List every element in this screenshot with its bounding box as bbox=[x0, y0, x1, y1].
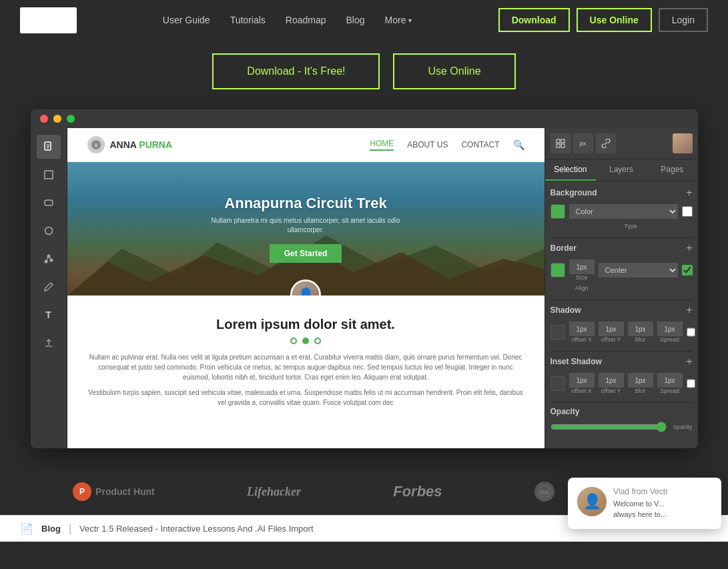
sidebar-icon-circle[interactable] bbox=[37, 219, 61, 243]
border-align-select[interactable]: Center bbox=[599, 263, 678, 277]
site-nav-contact[interactable]: CONTACT bbox=[461, 140, 499, 149]
nav-links: User Guide Tutorials Roadmap Blog More ▾ bbox=[163, 15, 412, 25]
nav-use-online-button[interactable]: Use Online bbox=[577, 8, 652, 32]
search-icon[interactable]: 🔍 bbox=[513, 139, 524, 150]
hero-overlay: Annapurna Circuit Trek Nullam pharetra m… bbox=[67, 162, 544, 296]
chat-widget[interactable]: 👤 Vlad from Vectr Welcome to V... always… bbox=[568, 478, 721, 529]
forbes-logo: Forbes bbox=[393, 483, 442, 500]
hero-buttons: Download - It's Free! Use Online bbox=[0, 40, 728, 109]
hero-online-button[interactable]: Use Online bbox=[393, 53, 515, 89]
sidebar-icon-rounded-rect[interactable] bbox=[37, 191, 61, 215]
divider-1 bbox=[551, 237, 693, 238]
background-visible-checkbox[interactable] bbox=[682, 206, 693, 217]
canvas-area[interactable]: A ANNA PURNA HOME ABOUT US CONTACT 🔍 bbox=[67, 128, 544, 448]
inset-offsety-group: offset Y bbox=[599, 373, 624, 394]
tab-layers[interactable]: Layers bbox=[596, 159, 647, 181]
border-size-label: Size bbox=[576, 274, 588, 281]
panel-link-icon[interactable] bbox=[596, 133, 616, 153]
site-hero-cta[interactable]: Get Started bbox=[270, 244, 342, 263]
inset-spread-group: Spread bbox=[657, 373, 683, 394]
opacity-row: opacity bbox=[551, 422, 693, 432]
panel-section-inset-shadow: Inset Shadow + offset X offset Y bbox=[551, 356, 693, 394]
inset-offsetx-input[interactable] bbox=[569, 373, 595, 388]
divider-3 bbox=[551, 351, 693, 352]
background-type-select[interactable]: Color bbox=[569, 204, 678, 219]
site-nav-home[interactable]: HOME bbox=[370, 139, 394, 151]
shadow-spread-input[interactable] bbox=[657, 322, 683, 336]
svg-text:dot: dot bbox=[540, 489, 549, 496]
nav-roadmap[interactable]: Roadmap bbox=[286, 15, 326, 25]
sidebar-icon-text[interactable]: T bbox=[37, 303, 61, 327]
window-body: T A ANNA PURNA bbox=[31, 128, 698, 448]
sidebar-icon-upload[interactable] bbox=[37, 331, 61, 355]
minimize-dot[interactable] bbox=[53, 115, 61, 123]
border-size-input[interactable] bbox=[569, 259, 595, 274]
svg-rect-20 bbox=[561, 144, 565, 147]
sidebar-icon-square[interactable] bbox=[37, 163, 61, 187]
site-body-text-1: Nullam ac pulvinar erat. Nulla nec velit… bbox=[87, 352, 524, 382]
border-color-swatch[interactable] bbox=[551, 263, 565, 277]
nav-more[interactable]: More ▾ bbox=[385, 15, 412, 25]
site-logo-name: ANNA PURNA bbox=[110, 139, 173, 150]
inset-blur-input[interactable] bbox=[628, 373, 653, 388]
inset-shadow-color-swatch[interactable] bbox=[551, 376, 565, 391]
shadow-offsetx-input[interactable] bbox=[569, 322, 595, 336]
panel-px-icon[interactable]: px bbox=[573, 133, 593, 153]
shadow-add-button[interactable]: + bbox=[686, 304, 692, 316]
nav-download-button[interactable]: Download bbox=[498, 8, 570, 32]
shadow-color-swatch[interactable] bbox=[551, 325, 565, 340]
lifehacker-logo: Lifehacker bbox=[247, 485, 301, 499]
shadow-offsetx-group: offset X bbox=[569, 322, 595, 343]
opacity-title: Opacity bbox=[551, 407, 580, 416]
nav-tutorials[interactable]: Tutorials bbox=[230, 15, 266, 25]
site-hero: Annapurna Circuit Trek Nullam pharetra m… bbox=[67, 162, 544, 296]
sidebar-icon-pen[interactable] bbox=[37, 275, 61, 299]
opacity-slider[interactable] bbox=[551, 422, 667, 432]
panel-grid-icon[interactable] bbox=[551, 133, 571, 153]
inset-shadow-header: Inset Shadow + bbox=[551, 356, 693, 368]
shadow-title: Shadow bbox=[551, 306, 581, 315]
close-dot[interactable] bbox=[40, 115, 48, 123]
inset-spread-input[interactable] bbox=[657, 373, 683, 388]
background-header: Background + bbox=[551, 187, 693, 199]
background-add-button[interactable]: + bbox=[686, 187, 692, 199]
inset-shadow-visible-checkbox[interactable] bbox=[687, 378, 695, 389]
shadow-offsety-input[interactable] bbox=[599, 322, 624, 336]
inset-offsetx-label: offset X bbox=[571, 388, 591, 394]
inset-blur-label: Blur bbox=[635, 388, 645, 394]
border-visible-checkbox[interactable] bbox=[682, 265, 693, 275]
inset-offsety-input[interactable] bbox=[599, 373, 624, 388]
hero-download-button[interactable]: Download - It's Free! bbox=[212, 53, 380, 89]
site-content: Lorem ipsum dolor sit amet. Nullam ac pu… bbox=[67, 296, 544, 421]
dot-3[interactable] bbox=[314, 338, 321, 344]
nav-user-guide[interactable]: User Guide bbox=[163, 15, 210, 25]
nav-blog[interactable]: Blog bbox=[346, 15, 365, 25]
inset-offsetx-group: offset X bbox=[569, 373, 595, 394]
shadow-visible-checkbox[interactable] bbox=[687, 327, 695, 338]
footer-blog-link[interactable]: Blog bbox=[41, 524, 61, 534]
maximize-dot[interactable] bbox=[67, 115, 75, 123]
dot-1[interactable] bbox=[290, 338, 297, 344]
site-logo: A ANNA PURNA bbox=[87, 136, 173, 153]
inset-shadow-add-button[interactable]: + bbox=[686, 356, 692, 368]
footer-article-link[interactable]: Vectr 1.5 Released - Interactive Lessons… bbox=[79, 524, 313, 534]
sidebar-icon-file[interactable] bbox=[37, 135, 61, 159]
tab-selection[interactable]: Selection bbox=[545, 159, 596, 181]
border-add-button[interactable]: + bbox=[686, 242, 692, 254]
svg-rect-19 bbox=[557, 144, 560, 147]
site-nav-about[interactable]: ABOUT US bbox=[407, 140, 448, 149]
shadow-offsety-label: offset Y bbox=[601, 336, 621, 343]
brand-forbes: Forbes bbox=[393, 483, 442, 500]
background-color-swatch[interactable] bbox=[551, 204, 565, 219]
nav-login-button[interactable]: Login bbox=[659, 8, 708, 32]
sidebar-icon-node[interactable] bbox=[37, 247, 61, 271]
shadow-blur-input[interactable] bbox=[628, 322, 653, 336]
dot-2[interactable] bbox=[302, 338, 309, 344]
shadow-blur-group: Blur bbox=[628, 322, 653, 343]
app-window: T A ANNA PURNA bbox=[31, 109, 698, 448]
tab-pages[interactable]: Pages bbox=[647, 159, 697, 181]
chat-greeting: Welcome to V... always here to... bbox=[613, 499, 712, 520]
inset-offsety-label: offset Y bbox=[601, 388, 621, 394]
panel-avatar-icon[interactable] bbox=[673, 133, 693, 153]
chat-content: Vlad from Vectr Welcome to V... always h… bbox=[613, 487, 712, 520]
